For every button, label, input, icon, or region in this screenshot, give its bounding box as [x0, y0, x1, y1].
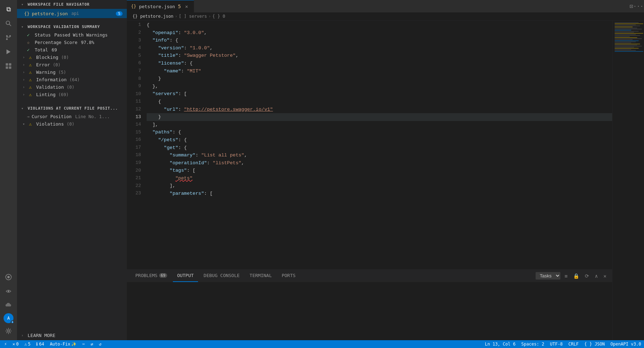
cursor-pos-status[interactable]: Ln 13, Col 6: [482, 340, 519, 348]
line-num-18: 18: [127, 151, 141, 159]
tools-item-3[interactable]: ↺: [97, 340, 103, 348]
cursor-pos-status-text: Ln 13, Col 6: [485, 342, 516, 347]
line-num-13: 13: [127, 113, 141, 121]
breadcrumb: {} petstore.json › [ ] servers › { } 0: [127, 12, 644, 21]
svg-point-3: [9, 35, 11, 37]
tab-debug-console[interactable]: DEBUG CONSOLE: [199, 270, 244, 282]
linting-row[interactable]: › ⚠ Linting (69): [17, 91, 127, 98]
user-avatar[interactable]: A 1: [4, 313, 13, 323]
autofix-item[interactable]: Auto-Fix ✨: [49, 340, 78, 348]
warning-row[interactable]: › ⚠ Warning (5): [17, 68, 127, 76]
line-num-20: 20: [127, 167, 141, 175]
tab-ports[interactable]: PORTS: [277, 270, 300, 282]
petstore-file-item[interactable]: {} petstore.json api 5: [17, 9, 127, 18]
star-icon: ☆: [27, 40, 33, 45]
petstore-tab[interactable]: {} petstore.json 5 ✕: [127, 0, 194, 12]
panel-refresh-icon[interactable]: ⟳: [583, 272, 591, 280]
code-line-21: "pets": [147, 175, 612, 182]
line-ending-status[interactable]: CRLF: [566, 340, 582, 348]
svg-rect-9: [9, 66, 11, 69]
encoding-status-text: UTF-8: [550, 342, 563, 347]
tools-item-2[interactable]: ⇄: [89, 340, 95, 348]
tools-item-1[interactable]: ✂: [81, 340, 86, 348]
breadcrumb-servers[interactable]: [ ] servers: [179, 14, 207, 19]
status-item[interactable]: ✓ Status Passed With Warnings: [17, 31, 127, 39]
chevron-right-validation: ›: [23, 85, 28, 89]
files-icon[interactable]: ⧉: [2, 3, 15, 16]
chevron-right-warning: ›: [23, 70, 28, 74]
run-debug-icon[interactable]: [2, 45, 15, 58]
violations-section-header[interactable]: ▾ VIOLATIONS AT CURRENT FILE POSIT...: [17, 104, 127, 113]
api-version-status[interactable]: OpenAPI v3.0: [608, 340, 644, 348]
linting-icon: ⚠: [29, 92, 35, 97]
learn-more-section[interactable]: › LEARN MORE: [17, 331, 127, 340]
spaces-status[interactable]: Spaces: 2: [518, 340, 547, 348]
git-status-item[interactable]: ⚡: [3, 340, 8, 348]
total-item[interactable]: ✓ Total 69: [17, 46, 127, 54]
line-num-22: 22: [127, 182, 141, 190]
line-num-7: 7: [127, 67, 141, 75]
violations-count-row[interactable]: ▾ ⚠ Violations (0): [17, 120, 127, 128]
autofix-label: Auto-Fix: [50, 342, 70, 347]
line-num-12: 12: [127, 106, 141, 114]
code-line-23: "parameters": [: [147, 190, 612, 198]
code-line-13: }: [147, 113, 612, 121]
cursor-position-item[interactable]: → Cursor Position Line No. 1...: [17, 113, 127, 120]
language-icon: { } JSON: [584, 342, 605, 347]
information-row[interactable]: › ⚠ Information (64): [17, 76, 127, 83]
percentage-score-item[interactable]: ☆ Percentage Score 97.8%: [17, 39, 127, 46]
panel-chevron-up-icon[interactable]: ∧: [593, 272, 599, 280]
arrow-right-icon: →: [27, 114, 29, 119]
chevron-down-violations-count: ▾: [23, 122, 28, 126]
settings-icon[interactable]: [2, 325, 15, 337]
source-control-icon[interactable]: [2, 31, 15, 44]
errors-status-item[interactable]: ✕ 0: [11, 340, 20, 348]
total-label: Total: [35, 47, 48, 53]
tasks-selector[interactable]: Tasks: [536, 272, 560, 280]
problems-badge: 69: [159, 273, 167, 278]
chevron-right-linting: ›: [23, 93, 28, 96]
panel-list-icon[interactable]: ≡: [563, 272, 569, 280]
warnings-status-item[interactable]: ⚠ 5: [23, 340, 32, 348]
extensions-icon[interactable]: [2, 60, 15, 72]
breadcrumb-file[interactable]: {} petstore.json: [132, 14, 174, 19]
remote-icon[interactable]: [2, 285, 15, 298]
validation-summary-header[interactable]: ▾ WORKSPACE VALIDATION SUMMARY: [17, 22, 127, 31]
more-actions-button[interactable]: ···: [635, 4, 641, 9]
blocking-row[interactable]: › ⚠ Blocking (0): [17, 54, 127, 61]
workspace-navigator-header[interactable]: ▾ WORKSPACE FILE NAVIGATOR: [17, 0, 127, 9]
tab-terminal[interactable]: TERMINAL: [245, 270, 276, 282]
error-row[interactable]: › ⚠ Error (0): [17, 61, 127, 68]
tab-close-button[interactable]: ✕: [184, 4, 190, 9]
code-line-3: "info": {: [147, 37, 612, 44]
warning-status-icon: ⚠: [24, 342, 27, 347]
code-lines: { "openapi": "3.0.0", "info": { "version…: [144, 21, 612, 269]
scissors-icon: ✂: [82, 342, 85, 347]
tab-output[interactable]: OUTPUT: [173, 270, 198, 282]
violations-warn-icon: ⚠: [29, 121, 35, 127]
editor-container: {} petstore.json 5 ✕ ⊡ ··· {} petstore.j…: [127, 0, 644, 340]
language-status[interactable]: { } JSON: [582, 340, 608, 348]
svg-rect-6: [6, 63, 8, 66]
line-num-8: 8: [127, 75, 141, 83]
cloud-icon[interactable]: [2, 299, 15, 312]
svg-rect-8: [6, 66, 8, 69]
svg-marker-5: [6, 49, 10, 54]
tab-problems[interactable]: PROBLEMS 69: [131, 270, 171, 282]
breadcrumb-index[interactable]: { } 0: [213, 14, 225, 19]
line-num-6: 6: [127, 60, 141, 67]
github-icon[interactable]: [2, 271, 15, 283]
search-icon[interactable]: [2, 17, 15, 30]
code-line-2: "openapi": "3.0.0",: [147, 29, 612, 37]
editor-content[interactable]: 1 2 3 4 5 6 7 8 9 10 11 12 13: [127, 21, 612, 269]
code-line-5: "title": "Swagger Petstore",: [147, 52, 612, 60]
panel-lock-icon[interactable]: 🔒: [572, 272, 581, 280]
error-icon: ✕: [12, 342, 15, 347]
total-value: 69: [52, 47, 57, 53]
validation-row[interactable]: › ⚠ Validation (0): [17, 83, 127, 91]
info-status-item[interactable]: ℹ 64: [35, 340, 45, 348]
linting-label: Linting: [36, 92, 56, 97]
line-num-15: 15: [127, 128, 141, 136]
panel-close-icon[interactable]: ✕: [602, 272, 608, 280]
encoding-status[interactable]: UTF-8: [547, 340, 565, 348]
